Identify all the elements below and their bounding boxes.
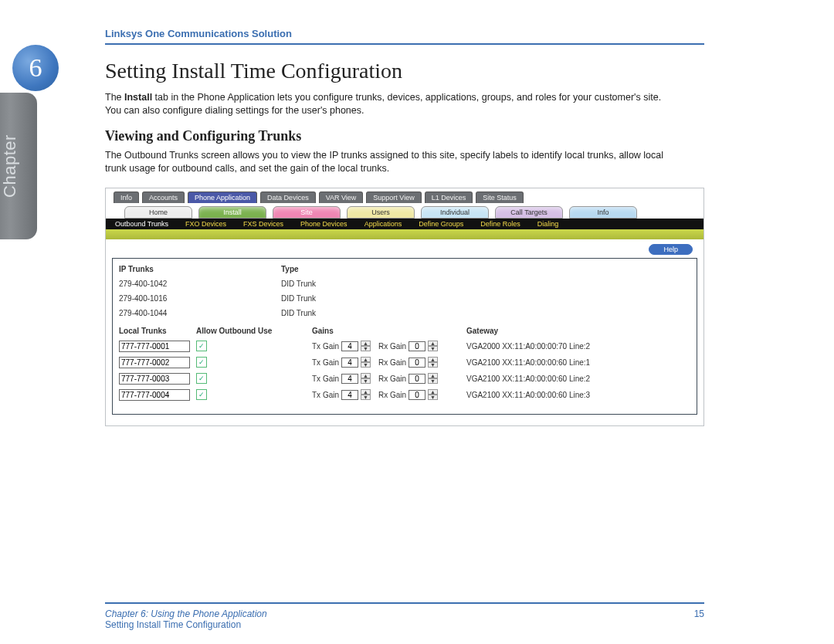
col-local-trunks: Local Trunks [119,327,196,335]
top-tab[interactable]: L1 Devices [425,192,473,203]
subnav-item[interactable]: Define Groups [417,219,465,229]
rx-gain-label: Rx Gain [378,342,406,351]
top-tab[interactable]: Phone Application [188,192,257,203]
intro-text-b: tab in the Phone Application lets you co… [105,92,661,116]
tx-gain-label: Tx Gain [312,391,339,399]
tx-gain-input[interactable] [341,390,358,400]
top-tab[interactable]: VAR View [319,192,364,203]
mid-tab-bar: Home Install Site Users Individual Call … [106,203,703,219]
ip-trunk-number: 279-400-1042 [119,280,281,288]
footer-section-ref: Setting Install Time Configuration [105,619,267,630]
page-footer: Chapter 6: Using the Phone Application S… [105,608,704,630]
local-trunk-input[interactable] [119,357,190,368]
tab-info[interactable]: Info [569,206,637,219]
local-trunk-input[interactable] [119,373,190,385]
rx-gain-stepper[interactable]: ▲▼ [428,373,438,384]
allow-outbound-checkbox[interactable]: ✓ [196,357,207,368]
allow-outbound-checkbox[interactable]: ✓ [196,389,207,400]
rx-gain-stepper[interactable]: ▲▼ [428,357,438,368]
ip-trunk-row: 279-400-1042DID Trunk [119,276,690,291]
ip-trunk-type: DID Trunk [281,309,420,317]
tab-users[interactable]: Users [347,206,415,219]
col-allow-outbound: Allow Outbound Use [196,327,312,335]
tx-gain-input[interactable] [341,374,358,384]
tx-gain-stepper[interactable]: ▲▼ [361,373,371,384]
rx-gain-stepper[interactable]: ▲▼ [428,341,438,351]
col-type: Type [281,265,420,273]
subsection-body: The Outbound Trunks screen allows you to… [105,149,676,175]
tx-gain-input[interactable] [341,341,358,351]
rx-gain-input[interactable] [409,390,425,400]
gateway-cell: VGA2000 XX:11:A0:00:00:70 Line:2 [466,342,690,351]
footer-chapter-ref: Chapter 6: Using the Phone Application [105,608,267,619]
col-gateway: Gateway [466,327,690,335]
top-tab[interactable]: Info [114,192,139,203]
tab-call-targets[interactable]: Call Targets [495,206,563,219]
col-ip-trunks: IP Trunks [119,265,281,273]
tx-gain-label: Tx Gain [312,358,339,367]
tab-home[interactable]: Home [124,206,192,219]
subnav-item[interactable]: Dialing [536,219,561,229]
rx-gain-label: Rx Gain [378,375,406,383]
gateway-cell: VGA2100 XX:11:A0:00:00:60 Line:3 [466,391,690,399]
allow-outbound-checkbox[interactable]: ✓ [196,341,207,351]
col-gains: Gains [312,327,466,335]
subnav-item[interactable]: Outbound Trunks [114,219,170,229]
tx-gain-stepper[interactable]: ▲▼ [361,357,371,368]
ip-trunk-type: DID Trunk [281,294,420,303]
subnav-item[interactable]: Define Roles [479,219,522,229]
running-header: Linksys One Communications Solution [105,28,292,39]
intro-text-a: The [105,92,124,103]
tx-gain-stepper[interactable]: ▲▼ [361,341,371,351]
top-tab[interactable]: Accounts [142,192,185,203]
local-trunk-row: ✓Tx Gain▲▼Rx Gain▲▼VGA2000 XX:11:A0:00:0… [119,338,690,354]
chapter-side-tab: Chapter [0,93,37,239]
ip-trunk-type: DID Trunk [281,280,420,288]
rx-gain-label: Rx Gain [378,358,406,367]
top-tab-bar: InfoAccountsPhone ApplicationData Device… [106,192,703,203]
tab-site[interactable]: Site [273,206,341,219]
trunks-panel: IP Trunks Type 279-400-1042DID Trunk279-… [112,258,697,415]
subnav-item[interactable]: FXO Devices [184,219,228,229]
rx-gain-label: Rx Gain [378,391,406,399]
subnav-item[interactable]: Phone Devices [299,219,349,229]
ip-trunk-number: 279-400-1016 [119,294,281,303]
top-tab[interactable]: Data Devices [260,192,316,203]
embedded-screenshot: InfoAccountsPhone ApplicationData Device… [105,188,704,426]
top-tab[interactable]: Site Status [476,192,524,203]
local-trunk-row: ✓Tx Gain▲▼Rx Gain▲▼VGA2100 XX:11:A0:00:0… [119,354,690,371]
chapter-number-badge: 6 [12,45,59,91]
sub-nav-bar: Outbound TrunksFXO DevicesFXS DevicesPho… [106,219,703,229]
gateway-cell: VGA2100 XX:11:A0:00:00:60 Line:1 [466,358,690,367]
section-title: Setting Install Time Configuration [105,59,704,83]
gateway-cell: VGA2100 XX:11:A0:00:00:60 Line:2 [466,375,690,383]
footer-rule [105,602,704,604]
local-trunk-row: ✓Tx Gain▲▼Rx Gain▲▼VGA2100 XX:11:A0:00:0… [119,387,690,403]
tx-gain-input[interactable] [341,358,358,368]
allow-outbound-checkbox[interactable]: ✓ [196,373,207,384]
rx-gain-input[interactable] [409,341,425,351]
tab-individual[interactable]: Individual [421,206,489,219]
ip-trunk-row: 279-400-1044DID Trunk [119,306,690,320]
rx-gain-input[interactable] [409,374,425,384]
tx-gain-label: Tx Gain [312,342,339,351]
ip-trunk-row: 279-400-1016DID Trunk [119,291,690,306]
local-trunk-input[interactable] [119,389,190,401]
chapter-side-tab-label: Chapter [0,134,20,198]
sub-nav-accent [106,229,703,239]
subnav-item[interactable]: Applications [363,219,404,229]
tx-gain-stepper[interactable]: ▲▼ [361,389,371,400]
help-button[interactable]: Help [649,244,693,255]
header-rule [105,43,704,45]
rx-gain-input[interactable] [409,358,425,368]
tab-install[interactable]: Install [198,206,266,219]
section-intro: The Install tab in the Phone Application… [105,91,676,117]
ip-trunk-number: 279-400-1044 [119,309,281,317]
rx-gain-stepper[interactable]: ▲▼ [428,389,438,400]
help-strip: Help [106,239,703,258]
subnav-item[interactable]: FXS Devices [242,219,285,229]
subsection-title: Viewing and Configuring Trunks [105,128,704,144]
intro-bold: Install [124,92,152,103]
top-tab[interactable]: Support View [366,192,421,203]
local-trunk-input[interactable] [119,341,190,352]
